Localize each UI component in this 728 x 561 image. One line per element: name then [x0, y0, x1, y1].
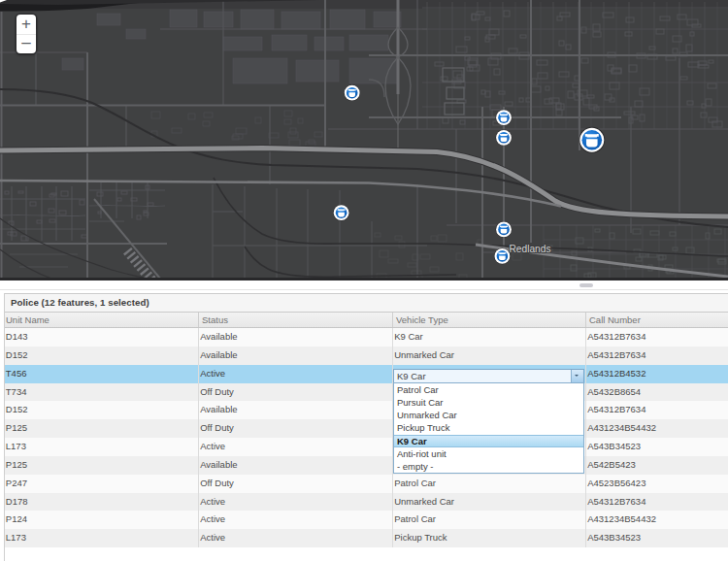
svg-text:Redlands: Redlands — [510, 244, 551, 254]
